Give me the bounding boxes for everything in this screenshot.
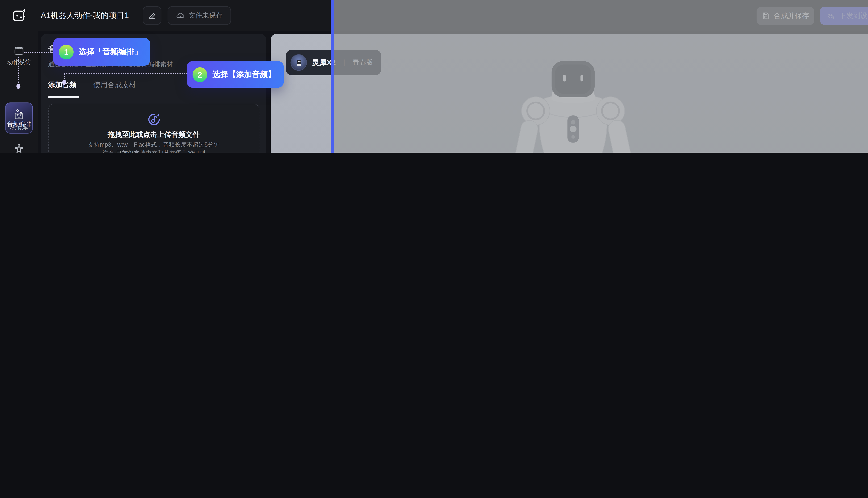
file-unsaved-status: 文件未保存 (168, 6, 231, 25)
app-logo-icon (12, 8, 27, 23)
overlay-dim-right (334, 0, 868, 153)
active-tab-underline (48, 96, 79, 97)
audio-upload-dropzone[interactable]: 拖拽至此或点击上传音频文件 支持mp3、wav、Flac格式，音频长度不超过5分… (48, 104, 259, 153)
clapperboard-icon (14, 45, 24, 56)
upload-formats: 支持mp3、wav、Flac格式，音频长度不超过5分钟 (49, 141, 259, 149)
sidebar-item-expression-library[interactable]: 表情库 (0, 110, 38, 131)
tutorial-step-2: 2 选择【添加音频】 (187, 61, 284, 88)
cloud-off-icon (176, 11, 185, 20)
robot-face-icon (14, 110, 24, 121)
step1-connector-h (24, 52, 53, 53)
step1-connector-v (18, 56, 19, 82)
person-icon (14, 143, 24, 153)
step2-connector-h (64, 73, 187, 74)
step2-connector-dot (62, 80, 66, 85)
rename-button[interactable] (143, 6, 161, 25)
upload-note: 注意:目前仅支持中文和英文语言的识别 (49, 149, 259, 153)
tutorial-step-1: 1 选择「音频编排」 (53, 38, 150, 66)
project-title: A1机器人动作-我的项目1 (41, 11, 129, 21)
tab-use-synth-material[interactable]: 使用合成素材 (93, 80, 136, 90)
sidebar-item-motion-library[interactable]: 动作库 (0, 143, 38, 153)
robot-name: 灵犀X2 (312, 57, 336, 68)
robot-avatar (290, 54, 307, 71)
step2-connector-v (64, 74, 65, 79)
left-sidebar: 动作模仿 音频编排 表情库 动作库 音频库 我的任务 (0, 31, 38, 153)
upload-music-icon (145, 111, 162, 128)
step1-connector-dot (16, 84, 21, 89)
pencil-icon (148, 12, 156, 19)
app-window: A1机器人动作-我的项目1 文件未保存 合成并保存 下发到设备 动作模仿 音频编… (0, 0, 868, 153)
upload-title: 拖拽至此或点击上传音频文件 (49, 130, 259, 140)
